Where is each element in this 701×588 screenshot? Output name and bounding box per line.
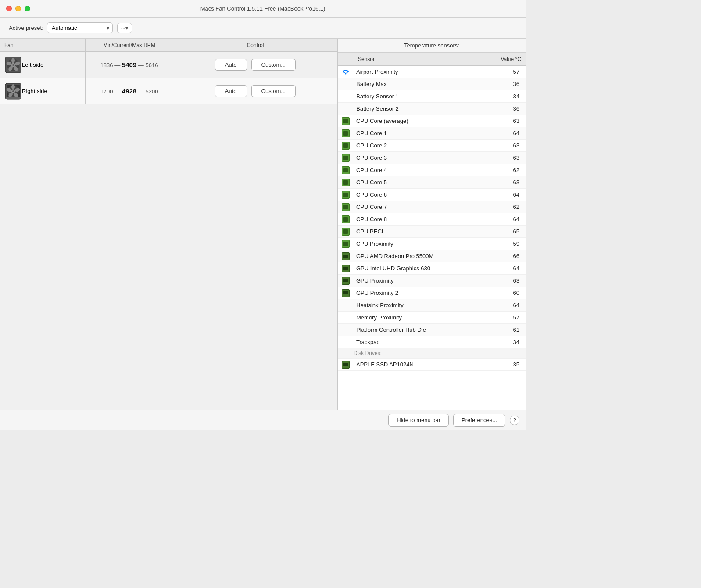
- sensor-row: GPU Proximity 63: [338, 275, 526, 287]
- sensor-value-cell: 64: [499, 265, 526, 272]
- sensor-value-cell: 65: [499, 228, 526, 235]
- sensor-row: Battery Sensor 1 34: [338, 90, 526, 103]
- sensor-value-cell: 64: [499, 191, 526, 198]
- fans-empty-area: [0, 104, 337, 410]
- chip-icon: [342, 191, 350, 199]
- sensor-name-cell: GPU Proximity: [354, 277, 499, 284]
- gpu-icon: [342, 361, 350, 369]
- sensor-value-cell: 64: [499, 302, 526, 308]
- hide-to-menu-bar-button[interactable]: Hide to menu bar: [388, 414, 449, 427]
- svg-point-9: [12, 64, 14, 66]
- sensor-name-cell: Platform Controller Hub Die: [354, 326, 499, 333]
- sensor-row: Trackpad 34: [338, 336, 526, 348]
- no-icon: [342, 105, 350, 113]
- sensor-name-cell: CPU Core 3: [354, 154, 499, 161]
- sensor-icon-cell: [338, 93, 354, 100]
- toolbar: Active preset: Automatic ···▾: [0, 18, 526, 39]
- help-button[interactable]: ?: [510, 416, 519, 425]
- sensor-icon-cell: [338, 203, 354, 211]
- sensor-value-cell: 57: [499, 68, 526, 75]
- sensor-row: CPU Core 4 62: [338, 164, 526, 176]
- preset-select[interactable]: Automatic: [47, 22, 113, 33]
- no-icon: [342, 80, 350, 88]
- preset-wrapper[interactable]: Automatic: [47, 22, 113, 33]
- minimize-button[interactable]: [15, 6, 21, 11]
- footer: Hide to menu bar Preferences... ?: [0, 410, 526, 430]
- fans-panel: Fan Min/Current/Max RPM Control: [0, 39, 338, 410]
- sensor-row: Battery Max 36: [338, 78, 526, 90]
- sensor-name-cell: Battery Sensor 1: [354, 93, 499, 100]
- sensor-name-cell: GPU Proximity 2: [354, 290, 499, 296]
- sensor-name-header: Sensor: [354, 56, 490, 62]
- svg-rect-21: [6, 97, 21, 99]
- sensor-name-cell: CPU Proximity: [354, 240, 499, 247]
- svg-point-3: [11, 58, 15, 63]
- control-column-header: Control: [173, 39, 337, 51]
- chip-icon: [342, 129, 350, 137]
- left-fan-custom-button[interactable]: Custom...: [251, 59, 296, 71]
- sensor-name-cell: GPU Intel UHD Graphics 630: [354, 265, 499, 272]
- sensor-icon-cell: [338, 314, 354, 322]
- sensor-name-cell: Battery Sensor 2: [354, 105, 499, 112]
- fan-icon-right: [4, 82, 22, 100]
- chip-icon: [342, 215, 350, 223]
- sensor-name-cell: CPU Core 8: [354, 216, 499, 222]
- sensor-name-cell: Trackpad: [354, 339, 499, 345]
- sensor-icon-cell: [338, 265, 354, 272]
- disk-drives-label: Disk Drives:: [338, 348, 526, 359]
- maximize-button[interactable]: [25, 6, 30, 11]
- sensor-value-cell: 57: [499, 314, 526, 321]
- fan-name-left: Left side: [0, 52, 86, 78]
- close-button[interactable]: [6, 6, 12, 11]
- sensor-icon-cell: [338, 142, 354, 150]
- left-fan-name: Left side: [22, 61, 43, 68]
- sensor-name-cell: Heatsink Proximity: [354, 302, 499, 308]
- sensor-value-cell: 61: [499, 326, 526, 333]
- sensor-icon-cell: [338, 166, 354, 174]
- sensor-row: Battery Sensor 2 36: [338, 103, 526, 115]
- sensor-name-cell: CPU Core 7: [354, 204, 499, 210]
- rpm-column-header: Min/Current/Max RPM: [86, 39, 173, 51]
- sensor-value-cell: 64: [499, 216, 526, 222]
- no-icon: [342, 301, 350, 309]
- preferences-button[interactable]: Preferences...: [453, 414, 505, 427]
- chip-icon: [342, 203, 350, 211]
- sensor-icon-cell: [338, 240, 354, 248]
- sensor-value-cell: 63: [499, 154, 526, 161]
- sensor-row: GPU Intel UHD Graphics 630 64: [338, 262, 526, 275]
- sensor-row: CPU Core 7 62: [338, 201, 526, 213]
- right-fan-controls: Auto Custom...: [173, 78, 337, 104]
- fan-row-left: Left side 1836 — 5409 — 5616 Auto Custom…: [0, 52, 337, 78]
- sensor-value-cell: 66: [499, 253, 526, 259]
- sensor-row: CPU Proximity 59: [338, 238, 526, 250]
- wifi-icon: [342, 68, 350, 76]
- sensor-row: CPU PECI 65: [338, 226, 526, 238]
- chip-icon: [342, 117, 350, 125]
- sensor-name-cell: CPU Core (average): [354, 118, 499, 124]
- sensor-name-cell: CPU PECI: [354, 228, 499, 235]
- sensor-row: GPU Proximity 2 60: [338, 287, 526, 299]
- sensor-value-cell: 34: [499, 93, 526, 100]
- fan-icon-left: [4, 56, 22, 74]
- sensor-name-cell: GPU AMD Radeon Pro 5500M: [354, 253, 499, 259]
- disk-sensor-value-cell: 35: [499, 361, 526, 368]
- sensor-row: CPU Core 8 64: [338, 213, 526, 226]
- right-fan-auto-button[interactable]: Auto: [215, 85, 247, 97]
- right-fan-min: 1700: [100, 88, 113, 95]
- svg-point-14: [11, 84, 15, 90]
- no-icon: [342, 314, 350, 322]
- sensor-row: Heatsink Proximity 64: [338, 299, 526, 312]
- sensor-row: CPU Core 6 64: [338, 189, 526, 201]
- right-fan-custom-button[interactable]: Custom...: [251, 85, 296, 97]
- sensors-header: Sensor Value °C: [338, 53, 526, 66]
- left-fan-controls: Auto Custom...: [173, 52, 337, 78]
- sensor-name-cell: CPU Core 4: [354, 167, 499, 173]
- left-fan-auto-button[interactable]: Auto: [215, 59, 247, 71]
- menu-button[interactable]: ···▾: [117, 23, 132, 33]
- left-fan-min: 1836: [100, 62, 113, 68]
- sensor-name-cell: Battery Max: [354, 81, 499, 87]
- chip-icon: [342, 142, 350, 150]
- sensor-icon-cell: [338, 191, 354, 199]
- chip-icon: [342, 154, 350, 162]
- sensor-value-cell: 36: [499, 105, 526, 112]
